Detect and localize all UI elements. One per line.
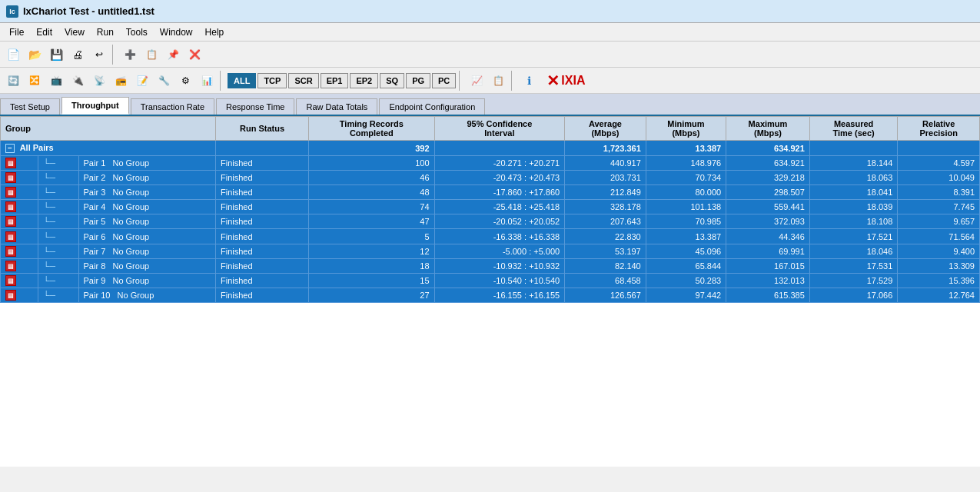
tab-transaction-rate[interactable]: Transaction Rate [131,98,214,115]
cell-avg: 126.567 [565,288,646,302]
menu-file[interactable]: File [3,25,30,39]
cell-rp: 15.396 [898,273,980,288]
cell-mtime: 17.531 [809,258,898,273]
undo-button[interactable]: ↩ [89,45,109,65]
tb2-btn7[interactable]: 📝 [132,71,152,91]
tb2-btn10[interactable]: 📊 [197,71,217,91]
new-button[interactable]: 📄 [3,45,23,65]
filter-ep2[interactable]: EP2 [350,73,378,88]
pair-icon: ▤ [5,275,16,286]
filter-sq[interactable]: SQ [380,73,404,88]
copy-button[interactable]: 📋 [141,45,161,65]
cell-tree: └─ [38,258,78,273]
all-pairs-interval [434,141,565,156]
filter-pc[interactable]: PC [432,73,456,88]
cell-status: Finished [215,200,308,214]
cell-rp: 8.391 [898,185,980,200]
cell-mtime: 18.063 [809,171,898,185]
delete-button[interactable]: ❌ [184,45,204,65]
all-pairs-status [215,141,308,156]
menu-view[interactable]: View [58,25,91,39]
cell-rp: 71.564 [898,229,980,244]
cell-avg: 328.178 [565,200,646,214]
chart-btn1[interactable]: 📈 [467,71,487,91]
tree-line: └─ [43,158,55,168]
cell-icon: ▤ [1,200,38,214]
open-button[interactable]: 📂 [25,45,45,65]
cell-min: 148.976 [646,156,726,171]
paste-button[interactable]: 📌 [163,45,183,65]
tb2-btn4[interactable]: 🔌 [68,71,88,91]
cell-max: 372.093 [726,214,810,229]
tb2-btn2[interactable]: 🔀 [25,71,45,91]
add-button[interactable]: ➕ [120,45,140,65]
table-row: ▤ └─ Pair 5 No Group Finished 47 -20.052… [1,214,980,229]
cell-name: Pair 3 No Group [78,185,215,200]
cell-rp: 10.049 [898,171,980,185]
cell-name: Pair 10 No Group [78,288,215,302]
filter-all[interactable]: ALL [228,73,256,88]
filter-scr[interactable]: SCR [288,73,318,88]
tb2-btn3[interactable]: 📺 [46,71,66,91]
print-button[interactable]: 🖨 [68,45,88,65]
cell-status: Finished [215,273,308,288]
menu-edit[interactable]: Edit [30,25,58,39]
tab-response-time[interactable]: Response Time [216,98,294,115]
tb2-btn6[interactable]: 📻 [111,71,131,91]
save-button[interactable]: 💾 [46,45,66,65]
cell-mtime: 17.521 [809,229,898,244]
ixia-logo: ✕ IXIA [546,71,585,90]
cell-min: 13.387 [646,229,726,244]
table-header-row: Group Run Status Timing RecordsCompleted… [1,117,980,141]
cell-max: 634.921 [726,156,810,171]
menu-run[interactable]: Run [91,25,120,39]
chart-btn2[interactable]: 📋 [488,71,508,91]
cell-mtime: 17.529 [809,273,898,288]
cell-max: 167.015 [726,258,810,273]
collapse-icon[interactable]: − [5,144,15,153]
tree-line: └─ [43,291,55,300]
cell-tree: └─ [38,229,78,244]
cell-avg: 82.140 [565,258,646,273]
cell-min: 80.000 [646,185,726,200]
tab-throughput[interactable]: Throughput [61,97,129,115]
tb2-btn9[interactable]: ⚙ [175,71,195,91]
tb2-btn5[interactable]: 📡 [89,71,109,91]
tab-endpoint-config[interactable]: Endpoint Configuration [379,98,485,115]
col-avg: Average(Mbps) [565,117,646,141]
cell-tree: └─ [38,200,78,214]
cell-icon: ▤ [1,214,38,229]
filter-ep1[interactable]: EP1 [321,73,349,88]
pair-icon: ▤ [5,246,16,257]
cell-avg: 207.643 [565,214,646,229]
col-mtime: MeasuredTime (sec) [809,117,898,141]
menu-window[interactable]: Window [154,25,199,39]
table-row: ▤ └─ Pair 10 No Group Finished 27 -16.15… [1,288,980,302]
cell-interval: -5.000 : +5.000 [434,244,565,258]
cell-max: 69.991 [726,244,810,258]
cell-interval: -10.540 : +10.540 [434,273,565,288]
tab-raw-data-totals[interactable]: Raw Data Totals [296,98,377,115]
cell-icon: ▤ [1,229,38,244]
filter-pg[interactable]: PG [406,73,430,88]
cell-name: Pair 8 No Group [78,258,215,273]
tab-bar: Test Setup Throughput Transaction Rate R… [0,94,980,116]
tb2-btn8[interactable]: 🔧 [154,71,174,91]
cell-icon: ▤ [1,185,38,200]
info-btn[interactable]: ℹ [519,71,539,91]
menu-tools[interactable]: Tools [120,25,154,39]
all-pairs-min: 13.387 [646,141,726,156]
cell-rp: 13.309 [898,258,980,273]
cell-rp: 7.745 [898,200,980,214]
all-pairs-avg: 1,723.361 [565,141,646,156]
cell-mtime: 18.041 [809,185,898,200]
cell-mtime: 18.108 [809,214,898,229]
cell-mtime: 18.039 [809,200,898,214]
tb2-btn1[interactable]: 🔄 [3,71,23,91]
cell-tree: └─ [38,288,78,302]
tab-test-setup[interactable]: Test Setup [0,98,60,115]
cell-status: Finished [215,156,308,171]
filter-tcp[interactable]: TCP [257,73,287,88]
cell-name: Pair 2 No Group [78,171,215,185]
menu-help[interactable]: Help [199,25,231,39]
